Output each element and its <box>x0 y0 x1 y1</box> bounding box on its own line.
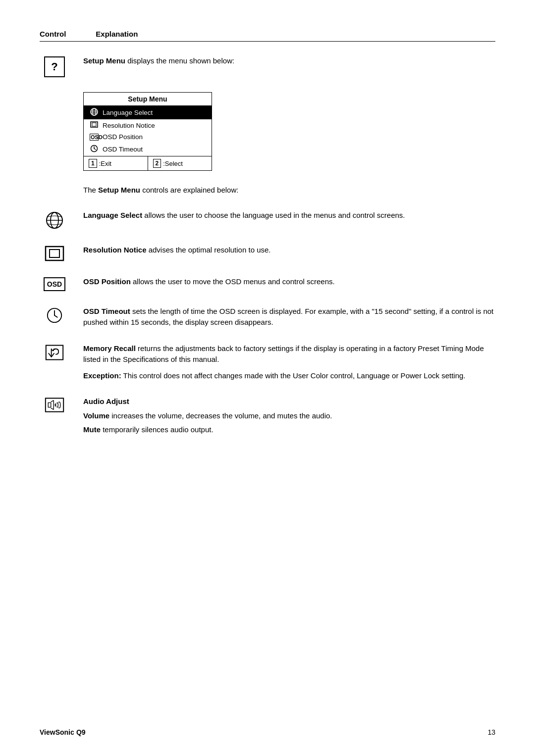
intro2-text: The Setup Menu controls are explained be… <box>40 185 495 196</box>
key-1: 1 <box>89 159 97 168</box>
footer-exit: 1 :Exit <box>84 156 148 170</box>
setup-menu-box: Setup Menu Language Select <box>83 92 212 171</box>
svg-rect-18 <box>46 345 63 359</box>
resolution-icon-col <box>40 245 69 261</box>
audio-adjust-text: Audio Adjust Volume increases the volume… <box>83 396 495 436</box>
menu-language-label: Language Select <box>103 109 153 116</box>
osd-position-icon-col: OSD <box>40 276 69 291</box>
memory-recall-icon <box>45 344 64 361</box>
audio-adjust-icon <box>45 397 64 413</box>
audio-icon-col <box>40 396 69 413</box>
setup-menu-bold: Setup Menu <box>83 56 125 65</box>
header-explanation: Explanation <box>96 30 138 38</box>
osd-timeout-text: OSD Timeout sets the length of time the … <box>83 306 495 328</box>
page: Control Explanation ? Setup Menu display… <box>0 0 535 756</box>
section-language-select: Language Select allows the user to choos… <box>40 210 495 230</box>
section-resolution-notice: Resolution Notice advises the optimal re… <box>40 245 495 261</box>
setup-menu-box-section: Setup Menu Language Select <box>40 92 495 171</box>
setup-menu-bold2: Setup Menu <box>98 186 140 194</box>
resolution-icon <box>45 246 64 261</box>
language-select-text: Language Select allows the user to choos… <box>83 210 495 221</box>
svg-rect-13 <box>46 247 63 260</box>
svg-rect-21 <box>48 403 51 407</box>
page-footer: ViewSonic Q9 13 <box>40 728 495 736</box>
menu-item-osd-position: OSD OSD Position <box>84 131 212 143</box>
menu-resolution-icon <box>90 121 99 129</box>
osd-timeout-bold: OSD Timeout <box>83 307 130 315</box>
footer-page-number: 13 <box>487 728 495 736</box>
menu-globe-icon <box>90 108 99 117</box>
memory-icon-col <box>40 343 69 361</box>
svg-rect-6 <box>92 123 96 126</box>
section-osd-position: OSD OSD Position allows the user to move… <box>40 276 495 291</box>
svg-line-9 <box>94 149 96 150</box>
setup-menu-intro-text: Setup Menu displays the menu shown below… <box>83 55 495 67</box>
section-memory-recall: Memory Recall returns the adjustments ba… <box>40 343 495 382</box>
svg-rect-14 <box>50 250 59 257</box>
footer-model-text: Q9 <box>76 728 86 736</box>
menu-item-resolution: Resolution Notice <box>84 119 212 131</box>
section-audio-adjust: Audio Adjust Volume increases the volume… <box>40 396 495 436</box>
question-icon: ? <box>44 56 65 77</box>
question-icon-col: ? <box>40 55 69 77</box>
footer-exit-label: :Exit <box>99 160 111 167</box>
svg-line-17 <box>54 315 57 317</box>
osd-position-text: OSD Position allows the user to move the… <box>83 276 495 288</box>
memory-recall-text: Memory Recall returns the adjustments ba… <box>83 343 495 382</box>
resolution-text: Resolution Notice advises the optimal re… <box>83 245 495 256</box>
setup-menu-footer: 1 :Exit 2 :Select <box>84 156 212 170</box>
menu-osd-timeout-label: OSD Timeout <box>103 146 143 153</box>
footer-brand: ViewSonic <box>40 728 74 736</box>
language-bold: Language Select <box>83 211 142 219</box>
setup-menu-intro-suffix: displays the menu shown below: <box>127 56 234 65</box>
exception-bold: Exception: <box>83 371 121 380</box>
footer-brand-model: ViewSonic Q9 <box>40 728 86 736</box>
key-2: 2 <box>153 159 161 168</box>
memory-recall-bold: Memory Recall <box>83 344 136 353</box>
header-divider <box>40 41 495 42</box>
menu-resolution-label: Resolution Notice <box>103 122 155 129</box>
setup-menu-intro-section: ? Setup Menu displays the menu shown bel… <box>40 55 495 77</box>
header-row: Control Explanation <box>40 30 495 38</box>
audio-adjust-heading: Audio Adjust <box>83 397 129 405</box>
osd-position-bold: OSD Position <box>83 277 131 286</box>
menu-osd-icon: OSD <box>90 134 99 141</box>
osd-position-icon: OSD <box>44 277 65 291</box>
section-osd-timeout: OSD Timeout sets the length of time the … <box>40 306 495 328</box>
menu-clock-icon <box>90 145 99 154</box>
volume-bold: Volume <box>83 411 109 420</box>
menu-osd-position-label: OSD Position <box>103 133 143 141</box>
footer-select: 2 :Select <box>148 156 212 170</box>
resolution-bold: Resolution Notice <box>83 246 147 254</box>
mute-text: temporarily silences audio output. <box>101 425 214 434</box>
setup-menu-title: Setup Menu <box>84 93 212 106</box>
menu-item-language: Language Select <box>84 106 212 119</box>
osd-timeout-icon-col <box>40 306 69 324</box>
setup-menu-intro-paragraph: Setup Menu displays the menu shown below… <box>83 55 495 67</box>
volume-text: increases the volume, decreases the volu… <box>109 411 332 420</box>
language-icon-col <box>40 210 69 230</box>
header-control: Control <box>40 30 66 38</box>
footer-select-label: :Select <box>163 160 183 167</box>
globe-icon <box>45 211 64 230</box>
mute-bold: Mute <box>83 425 101 434</box>
clock-icon <box>46 307 63 324</box>
menu-item-osd-timeout: OSD Timeout <box>84 143 212 156</box>
